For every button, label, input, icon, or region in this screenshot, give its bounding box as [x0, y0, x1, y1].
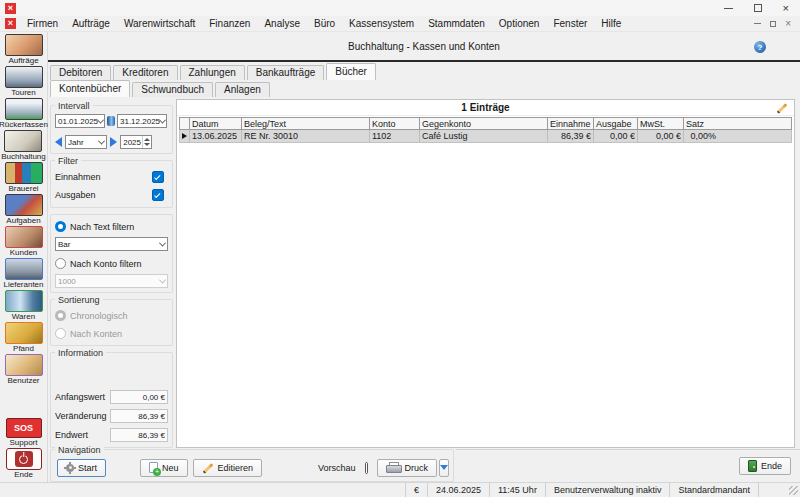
suppliers-icon	[5, 258, 43, 280]
window-maximize-button[interactable]	[754, 4, 762, 12]
menu-analyse[interactable]: Analyse	[257, 17, 307, 30]
neu-button[interactable]: Neu	[140, 459, 188, 477]
mdi-close-button[interactable]: ×	[785, 20, 791, 28]
sidebar-item-touren[interactable]: Touren	[5, 66, 43, 97]
menu-firmen[interactable]: Firmen	[20, 17, 65, 30]
table-row[interactable]: 13.06.2025 RE Nr. 30010 1102 Café Lustig…	[179, 130, 792, 143]
sidebar-item-label: Aufträge	[8, 56, 38, 65]
spinner-up-icon[interactable]	[144, 138, 150, 141]
navigation-right: Ende	[456, 449, 800, 482]
window-minimize-button[interactable]	[724, 8, 733, 9]
menu-optionen[interactable]: Optionen	[492, 17, 547, 30]
year-stepper[interactable]: 2025	[120, 135, 152, 149]
tab-bankauftraege[interactable]: Bankaufträge	[247, 65, 325, 80]
row-marker-icon	[182, 133, 187, 139]
sidebar-item-lieferanten[interactable]: Lieferanten	[3, 258, 43, 289]
tab-debitoren[interactable]: Debitoren	[50, 65, 111, 80]
sidebar-item-support[interactable]: SOS Support	[6, 418, 42, 447]
mdi-minimize-button[interactable]	[754, 23, 761, 24]
cell-ausgabe: 0,00 €	[594, 130, 638, 142]
einnahmen-checkbox[interactable]	[152, 171, 164, 183]
anfangswert-label: Anfangswert	[55, 392, 105, 402]
sidebar-item-aufgaben[interactable]: Aufgaben	[5, 194, 43, 225]
column-header-konto[interactable]: Konto	[370, 118, 420, 129]
sidebar-item-auftraege[interactable]: Aufträge	[5, 34, 43, 65]
entries-grid: Datum Beleg/Text Konto Gegenkonto Einnah…	[177, 116, 794, 144]
statusbar-mandant: Standardmandant	[669, 483, 758, 497]
sidebar-item-benutzer[interactable]: Benutzer	[5, 354, 43, 385]
column-header-mwst[interactable]: MwSt.	[638, 118, 684, 129]
editieren-button[interactable]: Editieren	[193, 459, 263, 477]
dropdown-arrow-icon	[440, 465, 448, 470]
menu-hilfe[interactable]: Hilfe	[594, 17, 628, 30]
statusbar-time: 11:45 Uhr	[489, 483, 545, 497]
sidebar-item-buchhaltung[interactable]: Buchhaltung	[1, 130, 45, 161]
information-group: Information Anfangswert 0,00 € Veränderu…	[50, 352, 173, 448]
tab-schwundbuch[interactable]: Schwundbuch	[132, 82, 213, 97]
customers-icon	[5, 226, 43, 248]
chevron-down-icon	[159, 116, 166, 123]
interval-from-select[interactable]: 01.01.2025	[55, 114, 105, 128]
marker-column-header	[180, 118, 190, 129]
column-header-satz[interactable]: Satz	[684, 118, 718, 129]
tab-kontenbuecher[interactable]: Kontenbücher	[50, 80, 130, 97]
sidebar-item-label: Ende	[14, 470, 33, 479]
ausgaben-checkbox[interactable]	[152, 189, 164, 201]
menu-stammdaten[interactable]: Stammdaten	[421, 17, 492, 30]
vorschau-checkbox[interactable]	[365, 462, 369, 474]
previous-period-button[interactable]	[55, 137, 62, 147]
menu-buero[interactable]: Büro	[307, 17, 342, 30]
column-header-datum[interactable]: Datum	[190, 118, 242, 129]
nach-konto-filtern-radio[interactable]	[55, 258, 66, 269]
column-header-gegenkonto[interactable]: Gegenkonto	[420, 118, 548, 129]
interval-to-select[interactable]: 31.12.2025	[117, 114, 167, 128]
nach-konten-radio	[55, 328, 66, 339]
sortierung-group: Sortierung Chronologisch Nach Konten	[50, 299, 173, 346]
menu-finanzen[interactable]: Finanzen	[202, 17, 257, 30]
sidebar-item-label: Touren	[11, 88, 35, 97]
menu-kassensystem[interactable]: Kassensystem	[342, 17, 421, 30]
tab-buecher[interactable]: Bücher	[326, 63, 376, 80]
menu-auftraege[interactable]: Aufträge	[65, 17, 117, 30]
sidebar-item-waren[interactable]: Waren	[5, 290, 43, 321]
filter-group: Filter Einnahmen Ausgaben	[50, 160, 173, 208]
sidebar-item-pfand[interactable]: Pfand	[5, 322, 43, 353]
text-filter-select[interactable]: Bar	[55, 237, 168, 251]
sidebar-item-ende[interactable]: Ende	[6, 448, 42, 479]
column-header-einnahme[interactable]: Einnahme	[548, 118, 594, 129]
tab-kreditoren[interactable]: Kreditoren	[113, 65, 177, 80]
ende-button[interactable]: Ende	[739, 457, 791, 475]
period-select[interactable]: Jahr	[65, 135, 107, 149]
filter-mode-group: Nach Text filtern Bar Nach Konto filtern…	[50, 214, 173, 293]
filter-panel: Intervall 01.01.2025 31.12.2025 Ja	[50, 99, 176, 448]
check-icon	[154, 191, 160, 197]
chronologisch-radio	[55, 310, 66, 321]
menu-fenster[interactable]: Fenster	[546, 17, 594, 30]
edit-pencil-icon[interactable]	[776, 102, 789, 115]
sidebar-item-kunden[interactable]: Kunden	[5, 226, 43, 257]
druck-dropdown-button[interactable]	[439, 459, 449, 477]
column-header-beleg-text[interactable]: Beleg/Text	[242, 118, 370, 129]
nach-text-filtern-radio[interactable]	[55, 221, 66, 232]
column-header-ausgabe[interactable]: Ausgabe	[594, 118, 638, 129]
module-header: Buchhaltung - Kassen und Konten ?	[48, 32, 800, 62]
tab-zahlungen[interactable]: Zahlungen	[180, 65, 245, 80]
veraenderung-value: 86,39 €	[110, 409, 168, 423]
ausgaben-label: Ausgaben	[55, 190, 96, 200]
interval-link-icon	[107, 116, 115, 126]
tab-anlagen[interactable]: Anlagen	[215, 82, 270, 97]
mdi-restore-button[interactable]	[770, 21, 776, 27]
menu-warenwirtschaft[interactable]: Warenwirtschaft	[117, 17, 202, 30]
sidebar: Aufträge Touren Rückerfassen Buchhaltung…	[0, 32, 48, 482]
druck-button[interactable]: Druck	[377, 459, 437, 477]
resize-grip[interactable]	[789, 486, 798, 495]
help-icon[interactable]: ?	[754, 41, 766, 53]
spinner-down-icon[interactable]	[144, 143, 150, 146]
window-close-button[interactable]: ×	[783, 3, 789, 13]
start-button[interactable]: Start	[57, 459, 106, 477]
truck-check-icon	[5, 98, 43, 120]
sidebar-item-rueckerfassen[interactable]: Rückerfassen	[0, 98, 48, 129]
sidebar-item-brauerei[interactable]: Brauerei	[5, 162, 43, 193]
next-period-button[interactable]	[110, 137, 117, 147]
statusbar-currency: €	[405, 483, 427, 497]
